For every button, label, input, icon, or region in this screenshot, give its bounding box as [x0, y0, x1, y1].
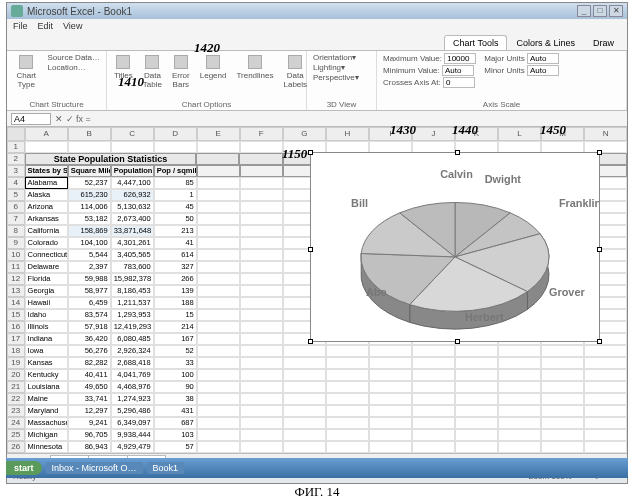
cell[interactable]	[326, 393, 369, 405]
cell[interactable]: 57,918	[68, 321, 111, 333]
cell[interactable]	[326, 369, 369, 381]
cell[interactable]: States by Size	[25, 165, 68, 177]
col-G[interactable]: G	[283, 127, 326, 141]
cell[interactable]: 6,459	[68, 297, 111, 309]
row-18[interactable]: 18	[7, 345, 25, 357]
row-20[interactable]: 20	[7, 369, 25, 381]
cell[interactable]: 1,293,953	[111, 309, 154, 321]
cell[interactable]	[369, 441, 412, 453]
row-25[interactable]: 25	[7, 429, 25, 441]
cell[interactable]: 45	[154, 201, 197, 213]
option-trendlines[interactable]: Trendlines	[233, 53, 276, 82]
cell[interactable]	[455, 405, 498, 417]
cell[interactable]	[455, 369, 498, 381]
cell[interactable]	[197, 429, 240, 441]
cell[interactable]	[240, 321, 283, 333]
row-4[interactable]: 4	[7, 177, 25, 189]
cell[interactable]	[197, 225, 240, 237]
cell[interactable]	[197, 213, 240, 225]
cell[interactable]: 114,006	[68, 201, 111, 213]
cell[interactable]	[240, 201, 283, 213]
cell[interactable]: Hawaii	[25, 297, 68, 309]
cell[interactable]	[326, 345, 369, 357]
cell[interactable]: 33	[154, 357, 197, 369]
cell[interactable]	[369, 345, 412, 357]
row-1[interactable]: 1	[7, 141, 25, 153]
row-14[interactable]: 14	[7, 297, 25, 309]
cell[interactable]	[283, 369, 326, 381]
cell[interactable]: 52	[154, 345, 197, 357]
cell[interactable]: Illinois	[25, 321, 68, 333]
cell[interactable]	[326, 381, 369, 393]
cell[interactable]	[541, 441, 584, 453]
cell[interactable]	[412, 441, 455, 453]
cell[interactable]: Connecticut	[25, 249, 68, 261]
row-19[interactable]: 19	[7, 357, 25, 369]
cell[interactable]: 614	[154, 249, 197, 261]
cell[interactable]	[240, 225, 283, 237]
cell[interactable]: 4,301,261	[111, 237, 154, 249]
cell[interactable]	[197, 177, 240, 189]
cell[interactable]: Maine	[25, 393, 68, 405]
location-item[interactable]: Location…	[46, 63, 102, 72]
cell[interactable]	[455, 429, 498, 441]
cell[interactable]	[326, 429, 369, 441]
cell[interactable]: 783,600	[111, 261, 154, 273]
cell[interactable]	[68, 141, 111, 153]
cell[interactable]: 431	[154, 405, 197, 417]
cell[interactable]: Idaho	[25, 309, 68, 321]
cell[interactable]	[240, 345, 283, 357]
row-3[interactable]: 3	[7, 165, 25, 177]
cell[interactable]: 58,977	[68, 285, 111, 297]
cell[interactable]	[498, 441, 541, 453]
cell[interactable]: Massachusetts	[25, 417, 68, 429]
cell[interactable]	[240, 429, 283, 441]
cell[interactable]: 4,929,479	[111, 441, 154, 453]
cell[interactable]: Arkansas	[25, 213, 68, 225]
cell[interactable]: 4,468,976	[111, 381, 154, 393]
cell[interactable]	[240, 249, 283, 261]
cell[interactable]	[498, 369, 541, 381]
cell[interactable]	[240, 369, 283, 381]
row-22[interactable]: 22	[7, 393, 25, 405]
cell[interactable]	[197, 417, 240, 429]
cell[interactable]: 2,673,400	[111, 213, 154, 225]
cell[interactable]: 56,276	[68, 345, 111, 357]
cell[interactable]: Louisiana	[25, 381, 68, 393]
pie-chart[interactable]: CalvinDwightFranklinGroverHerbertAbeBill	[310, 152, 600, 342]
cell[interactable]	[240, 309, 283, 321]
cell[interactable]: 615,230	[68, 189, 111, 201]
tab-colors-lines[interactable]: Colors & Lines	[507, 35, 584, 50]
cell[interactable]	[541, 429, 584, 441]
cell[interactable]	[326, 405, 369, 417]
cell[interactable]	[498, 393, 541, 405]
cell[interactable]: 36,420	[68, 333, 111, 345]
cell[interactable]: 96,705	[68, 429, 111, 441]
cell[interactable]: Alaska	[25, 189, 68, 201]
cell[interactable]: 2,397	[68, 261, 111, 273]
cell[interactable]	[197, 357, 240, 369]
cell[interactable]: California	[25, 225, 68, 237]
cell[interactable]: 1	[154, 189, 197, 201]
cell[interactable]	[283, 405, 326, 417]
cell[interactable]	[541, 417, 584, 429]
column-headers[interactable]: ABCDEFGHIJKLMN	[7, 127, 627, 141]
cell[interactable]	[412, 345, 455, 357]
cell[interactable]	[240, 165, 283, 177]
cell[interactable]	[584, 357, 627, 369]
cross-axis-input[interactable]	[443, 77, 475, 88]
cell[interactable]	[584, 381, 627, 393]
cell[interactable]	[154, 141, 197, 153]
cell[interactable]	[412, 429, 455, 441]
cell[interactable]	[240, 141, 283, 153]
cell[interactable]: Florida	[25, 273, 68, 285]
cell[interactable]	[369, 417, 412, 429]
cell[interactable]	[412, 393, 455, 405]
cell[interactable]: Kansas	[25, 357, 68, 369]
cell[interactable]	[326, 357, 369, 369]
cell[interactable]	[240, 297, 283, 309]
cell[interactable]: 687	[154, 417, 197, 429]
cell[interactable]: 5,130,632	[111, 201, 154, 213]
cell[interactable]: 82,282	[68, 357, 111, 369]
row-12[interactable]: 12	[7, 273, 25, 285]
